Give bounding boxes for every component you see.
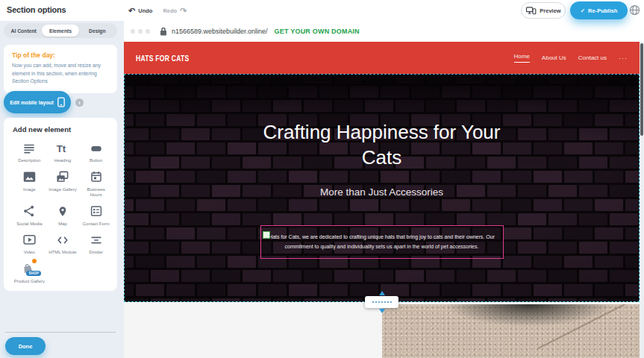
divider-icon — [90, 232, 103, 248]
shop-tag: SHOP — [26, 271, 41, 276]
add-element-title: Add new element — [13, 125, 113, 134]
element-heading[interactable]: Tt Heading — [46, 140, 80, 164]
browser-bar: n1566589.websitebuilder.online/ GET YOUR… — [124, 21, 640, 42]
sidebar: AI Content Elements Design Tip of the da… — [0, 21, 124, 358]
hero-text-element-selected[interactable]: Hats for Cats, we are dedicated to craft… — [260, 225, 504, 259]
history-controls: ↶ Undo Redo ↷ — [128, 0, 187, 21]
cat-photo[interactable] — [382, 304, 640, 358]
topbar: Section options ↶ Undo Redo ↷ Preview ✓ … — [0, 0, 644, 21]
nav-contact-us[interactable]: Contact us — [578, 54, 607, 61]
devices-icon — [525, 6, 537, 15]
undo-label: Undo — [138, 7, 152, 14]
nav-home[interactable]: Home — [514, 53, 530, 63]
section-resize-handle[interactable] — [365, 296, 398, 308]
lock-icon — [160, 27, 167, 36]
hero-heading[interactable]: Crafting Happiness for Your Cats — [251, 119, 513, 171]
edit-mobile-layout-button[interactable]: Edit mobile layout — [4, 91, 71, 113]
element-business-hours[interactable]: Business Hours — [79, 169, 113, 198]
sidebar-divider — [5, 332, 116, 333]
map-icon — [57, 204, 69, 219]
element-html-module[interactable]: HTML Module — [46, 232, 80, 256]
redo-icon: ↷ — [180, 7, 187, 15]
button-icon — [89, 140, 104, 156]
element-contact-form[interactable]: Contact Form — [79, 204, 113, 227]
scrollbar-thumb[interactable] — [640, 43, 643, 136]
hero-paragraph: Hats for Cats, we are dedicated to craft… — [268, 233, 496, 252]
video-icon — [22, 232, 37, 248]
element-product-gallery[interactable]: SHOP Product Gallery — [13, 261, 46, 285]
element-image[interactable]: Image — [13, 169, 46, 198]
tab-design[interactable]: Design — [79, 25, 116, 37]
app-window: Section options ↶ Undo Redo ↷ Preview ✓ … — [0, 0, 644, 358]
heading-icon: Tt — [55, 140, 70, 156]
site-url: n1566589.websitebuilder.online/ — [172, 28, 268, 35]
tip-body: Now you can add, move and resize any ele… — [12, 62, 109, 86]
tip-card: Tip of the day: Now you can add, move an… — [4, 45, 117, 93]
resize-grip-icon — [372, 301, 392, 303]
element-video[interactable]: Video — [13, 232, 46, 256]
element-social-media[interactable]: Social Media — [13, 204, 46, 227]
check-icon: ✓ — [581, 7, 585, 14]
page-title: Section options — [7, 5, 66, 14]
element-description[interactable]: Description — [13, 140, 46, 164]
hero-subheading[interactable]: More than Just Accessories — [125, 186, 639, 198]
social-media-icon — [22, 204, 36, 219]
svg-text:Tt: Tt — [57, 143, 66, 154]
redo-label: Redo — [163, 7, 177, 14]
site-logo[interactable]: HATS FOR CATS — [136, 54, 189, 63]
notification-badge — [31, 258, 37, 264]
photo-seam-line — [537, 304, 640, 349]
tip-title: Tip of the day: — [12, 51, 109, 59]
site-header[interactable]: HATS FOR CATS Home About Us Contact us ·… — [124, 42, 640, 74]
resize-arrow-down-icon — [379, 309, 385, 313]
element-grid: Description Tt Heading Button — [13, 140, 113, 284]
element-map[interactable]: Map — [46, 204, 80, 227]
info-icon[interactable]: i — [75, 98, 84, 107]
edit-mobile-label: Edit mobile layout — [10, 100, 54, 105]
contact-form-icon — [90, 204, 103, 219]
get-domain-link[interactable]: GET YOUR OWN DOMAIN — [275, 28, 360, 35]
tab-ai-content[interactable]: AI Content — [5, 25, 42, 37]
nav-more-icon[interactable]: ··· — [619, 54, 628, 62]
tab-elements[interactable]: Elements — [42, 25, 78, 37]
description-icon — [22, 140, 36, 156]
element-button[interactable]: Button — [79, 140, 113, 164]
business-hours-icon — [90, 169, 103, 185]
element-divider[interactable]: Divider — [79, 232, 113, 256]
html-module-icon — [56, 232, 69, 248]
republish-button[interactable]: ✓ Re-Publish — [570, 1, 628, 19]
website-canvas: HATS FOR CATS Home About Us Contact us ·… — [124, 42, 640, 358]
undo-button[interactable]: ↶ Undo — [128, 7, 152, 15]
undo-icon: ↶ — [128, 7, 135, 15]
resize-arrow-up-icon — [379, 291, 385, 295]
sidebar-tabs: AI Content Elements Design — [4, 23, 117, 38]
republish-label: Re-Publish — [588, 7, 617, 14]
image-icon — [22, 169, 37, 185]
preview-button[interactable]: Preview — [521, 2, 566, 19]
language-globe-icon[interactable] — [629, 4, 640, 16]
browser-dots-icon — [131, 29, 150, 34]
add-element-panel: Add new element Description Tt — [4, 118, 117, 291]
image-gallery-icon — [55, 169, 69, 185]
done-button[interactable]: Done — [5, 337, 46, 355]
product-gallery-icon: SHOP — [21, 261, 37, 276]
redo-button[interactable]: Redo ↷ — [163, 7, 187, 15]
element-image-gallery[interactable]: Image Gallery — [46, 169, 80, 198]
preview-label: Preview — [540, 7, 560, 14]
nav-about-us[interactable]: About Us — [542, 54, 566, 61]
mobile-phone-icon — [57, 97, 65, 107]
element-drag-handle[interactable] — [263, 231, 270, 239]
site-nav: Home About Us Contact us ··· — [514, 53, 628, 63]
canvas-scrollbar — [640, 42, 644, 358]
hero-section-selected[interactable]: Crafting Happiness for Your Cats More th… — [124, 74, 640, 302]
